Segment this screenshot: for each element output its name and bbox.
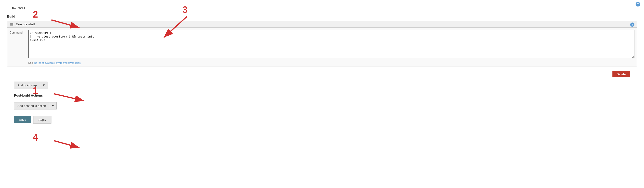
save-button[interactable]: Save	[14, 116, 31, 123]
env-vars-text: See	[28, 61, 34, 64]
add-build-step-caret[interactable]: ▼	[40, 82, 47, 88]
post-build-section: Post-build Actions Add post-build action…	[7, 91, 637, 112]
annotation-4-arrow	[54, 141, 80, 148]
build-section-title: Build	[7, 15, 637, 18]
execute-shell-header: Execute shell ?	[7, 21, 637, 28]
build-section: Build Execute shell ? Command cd $WORKSP…	[0, 12, 644, 132]
add-build-step-row: Add build step ▼	[7, 79, 637, 91]
command-textarea[interactable]: cd $WORKSPACE [ ! -e .testrepository ] &…	[28, 30, 634, 58]
annotation-4-label: 4	[33, 132, 38, 143]
section-divider-3	[14, 100, 630, 100]
command-row: Command cd $WORKSPACE [ ! -e .testreposi…	[7, 28, 637, 60]
env-vars-link[interactable]: the list of available environment variab…	[34, 61, 81, 64]
execute-shell-box: Execute shell ? Command cd $WORKSPACE [ …	[7, 21, 637, 67]
post-build-title: Post-build Actions	[14, 93, 630, 97]
add-post-build-row: Add post-build action ▼	[14, 102, 630, 110]
save-apply-row: Save Apply	[7, 112, 637, 127]
add-build-step-group: Add build step ▼	[14, 81, 48, 89]
execute-shell-title: Execute shell	[16, 23, 35, 26]
poll-scm-label: Poll SCM	[12, 7, 25, 10]
execute-shell-help-icon[interactable]: ?	[630, 23, 634, 27]
page-help-icon[interactable]: ?	[636, 2, 640, 7]
poll-scm-checkbox[interactable]	[7, 7, 10, 10]
drag-handle[interactable]	[10, 23, 14, 26]
env-vars-link-row: See the list of available environment va…	[7, 60, 637, 67]
delete-button[interactable]: Delete	[612, 71, 630, 77]
delete-btn-row: Delete	[7, 69, 637, 79]
add-post-build-group: Add post-build action ▼	[14, 102, 56, 110]
command-label: Command	[10, 30, 26, 34]
add-build-step-button[interactable]: Add build step	[14, 82, 40, 88]
poll-scm-row: Poll SCM	[0, 5, 644, 12]
add-post-build-button[interactable]: Add post-build action	[14, 103, 49, 109]
apply-button[interactable]: Apply	[33, 116, 52, 124]
add-post-build-caret[interactable]: ▼	[49, 103, 56, 109]
